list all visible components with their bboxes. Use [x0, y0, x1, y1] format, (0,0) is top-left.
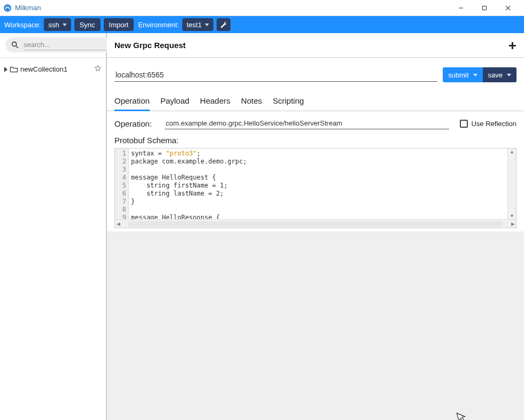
scroll-left-icon: ◀ — [115, 221, 121, 227]
environment-value: test1 — [187, 21, 202, 29]
use-reflection-label: Use Reflection — [471, 120, 517, 128]
chevron-down-icon — [473, 74, 477, 76]
main-panel: New Grpc Request + submit save Operation… — [107, 33, 524, 420]
environment-selector[interactable]: test1 — [182, 18, 213, 31]
sync-button[interactable]: Sync — [74, 18, 101, 31]
main-toolbar: Workspace: ssh Sync Import Environment: … — [0, 16, 524, 33]
titlebar: Milkman — [0, 0, 524, 16]
use-reflection-toggle[interactable]: Use Reflection — [460, 120, 517, 128]
search-input[interactable] — [24, 40, 113, 50]
folder-icon — [10, 66, 18, 73]
svg-line-6 — [16, 46, 18, 48]
save-button[interactable]: save — [483, 67, 517, 82]
scroll-right-icon: ▶ — [510, 221, 516, 227]
chevron-down-icon — [63, 24, 67, 26]
editor-hscrollbar[interactable]: ◀ ▶ — [115, 219, 516, 228]
tree-item[interactable]: newCollection1 — [3, 64, 103, 75]
minimize-button[interactable] — [449, 1, 473, 15]
save-label: save — [488, 71, 503, 79]
editor-code[interactable]: syntax = "proto3";package com.example.de… — [129, 149, 507, 219]
sidebar: newCollection1 — [0, 33, 107, 420]
response-panel — [107, 231, 524, 420]
scroll-up-icon: ▲ — [510, 149, 514, 155]
tab-operation[interactable]: Operation — [114, 96, 150, 111]
operation-input[interactable] — [165, 118, 449, 129]
svg-rect-2 — [483, 6, 487, 10]
sync-label: Sync — [80, 21, 95, 29]
operation-label: Operation: — [114, 119, 154, 128]
star-icon[interactable] — [94, 65, 102, 74]
maximize-button[interactable] — [473, 1, 496, 15]
new-tab-button[interactable]: + — [508, 38, 517, 52]
wrench-icon — [219, 20, 228, 29]
submit-label: submit — [448, 71, 468, 79]
editor-gutter: 12345678910 — [115, 149, 129, 219]
request-tabbar: New Grpc Request + — [107, 33, 524, 58]
workspace-value: ssh — [48, 21, 59, 29]
request-row: submit save — [107, 58, 524, 82]
request-subtabs: Operation Payload Headers Notes Scriptin… — [107, 82, 524, 111]
collection-tree: newCollection1 — [0, 60, 106, 78]
tab-payload[interactable]: Payload — [160, 96, 189, 111]
scroll-down-icon: ▼ — [510, 213, 514, 219]
tree-item-label: newCollection1 — [20, 65, 67, 73]
tab-scripting[interactable]: Scripting — [273, 96, 304, 111]
search-icon — [11, 41, 19, 49]
app-icon — [3, 4, 12, 12]
tab-headers[interactable]: Headers — [200, 96, 230, 111]
environment-label: Environment: — [138, 21, 179, 29]
close-button[interactable] — [496, 1, 520, 15]
svg-point-0 — [4, 4, 11, 12]
import-label: Import — [109, 21, 129, 29]
active-tab-title[interactable]: New Grpc Request — [114, 41, 186, 50]
workspace-label: Workspace: — [4, 21, 41, 29]
operation-panel: Operation: Use Reflection Protobuf Schem… — [107, 111, 524, 148]
window-controls — [449, 1, 520, 15]
workspace-selector[interactable]: ssh — [44, 18, 71, 31]
chevron-down-icon — [507, 74, 511, 76]
app-title: Milkman — [15, 4, 41, 12]
scroll-track — [128, 221, 503, 227]
request-url-input[interactable] — [114, 68, 437, 82]
svg-point-5 — [12, 42, 17, 46]
checkbox-icon — [460, 120, 468, 128]
schema-label: Protobuf Schema: — [114, 136, 517, 145]
import-button[interactable]: Import — [104, 18, 134, 31]
chevron-down-icon — [205, 24, 209, 26]
sidebar-separator — [0, 58, 106, 58]
caret-right-icon — [4, 67, 7, 72]
editor-vscrollbar[interactable]: ▲ ▼ — [507, 149, 516, 219]
submit-button[interactable]: submit — [443, 67, 482, 82]
settings-button[interactable] — [217, 18, 230, 31]
tab-notes[interactable]: Notes — [241, 96, 262, 111]
schema-editor: 12345678910 syntax = "proto3";package co… — [114, 148, 517, 228]
